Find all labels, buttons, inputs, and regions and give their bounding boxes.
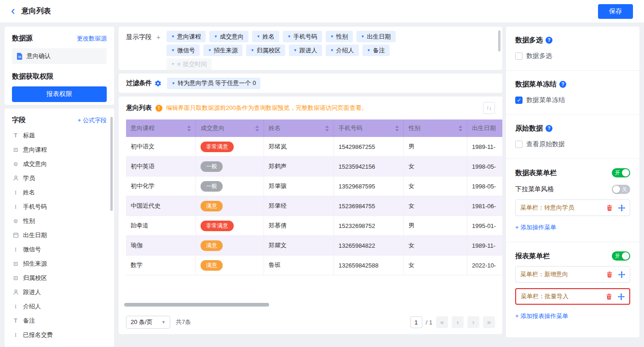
save-button[interactable]: 保存 [598, 4, 633, 19]
column-header-1[interactable]: 成交意向 [196, 119, 264, 137]
vertical-scrollbar[interactable] [498, 30, 500, 51]
table-menu-toggle[interactable]: 开 [612, 168, 630, 177]
datasource-item[interactable]: 意向确认 [12, 48, 107, 64]
select-icon: ⊡ [12, 147, 19, 153]
display-fields-label: 显示字段 [126, 33, 152, 66]
filter-condition-chip[interactable]: ▼ 转为意向学员 等于任意一个 0 [167, 78, 260, 89]
display-field-chip[interactable]: ▼成交意向 [209, 31, 248, 42]
add-display-field-button[interactable]: + [156, 33, 161, 66]
column-header-5[interactable]: 出生日期 [467, 119, 502, 137]
trash-icon[interactable] [606, 293, 612, 300]
column-header-0[interactable]: 意向课程 [126, 119, 196, 137]
table-cell: 一般 [196, 176, 264, 196]
horizontal-scrollbar[interactable] [124, 303, 269, 307]
dropdown-style-label: 下拉菜单风格 [515, 185, 554, 193]
table-row-1[interactable]: 初中英语一般郑鹤声15235942156女1998-05- [126, 157, 502, 176]
display-field-chip[interactable]: ▼手机号码 [283, 31, 322, 42]
field-item-8[interactable]: I微信号 [12, 242, 107, 256]
multi-select-checkbox[interactable] [515, 52, 523, 60]
field-item-0[interactable]: T标题 [12, 128, 107, 142]
sort-carets-icon[interactable] [395, 125, 399, 131]
field-item-13[interactable]: T备注 [12, 313, 107, 328]
add-report-operation-menu-link[interactable]: + 添加报表操作菜单 [515, 312, 568, 320]
report-menu-toggle[interactable]: 开 [612, 251, 630, 261]
menu-freeze-checkbox[interactable] [515, 97, 523, 104]
dropdown-style-toggle[interactable]: 关 [612, 185, 630, 194]
column-header-3[interactable]: 手机号码 [334, 119, 404, 137]
date-icon [12, 232, 19, 238]
table-row-5[interactable]: 瑜伽满意郑耀文13265984822女1989-11- [126, 236, 502, 256]
page-size-select[interactable]: 20 条/页 ▼ [126, 316, 170, 329]
help-icon[interactable]: ? [546, 125, 552, 132]
sort-carets-icon[interactable] [325, 125, 329, 131]
back-icon[interactable]: ‹ [11, 5, 15, 17]
move-icon[interactable] [618, 271, 625, 278]
radio-icon: ⊙ [12, 218, 19, 224]
table-row-2[interactable]: 初中化学一般郑肇骧13529687595女1998-05- [126, 176, 502, 196]
display-field-chip[interactable]: ▼备注 [362, 45, 390, 56]
add-formula-field-link[interactable]: + 公式字段 [78, 116, 107, 125]
field-item-14[interactable]: I已报名交费 [12, 328, 107, 342]
vertical-scrollbar[interactable] [110, 117, 113, 211]
trash-icon[interactable] [606, 271, 613, 278]
next-page-button[interactable]: › [467, 316, 479, 328]
sort-carets-icon[interactable] [459, 125, 462, 131]
field-item-5[interactable]: I手机号码 [12, 199, 107, 214]
prev-page-button[interactable]: ‹ [452, 316, 464, 328]
display-field-chip[interactable]: ▼招生来源 [203, 45, 242, 56]
field-item-label: 手机号码 [23, 203, 47, 211]
page-of-label: / 1 [426, 319, 432, 326]
help-icon[interactable]: ? [546, 37, 552, 44]
field-item-3[interactable]: 学员 [12, 171, 107, 185]
table-row-0[interactable]: 初中语文非常满意郑绪岚15429867255男1989-11- [126, 137, 502, 157]
help-icon[interactable]: ? [559, 81, 566, 88]
menu-bar-item-highlighted[interactable]: 菜单栏：批量导入 [515, 288, 630, 305]
field-item-2[interactable]: ⊙成交意向 [12, 157, 107, 171]
move-icon[interactable] [618, 293, 625, 300]
report-permission-button[interactable]: 报表权限 [12, 86, 107, 102]
display-field-chip-disabled[interactable]: ▼≡提交时间 [167, 58, 212, 70]
last-page-button[interactable]: » [483, 316, 495, 328]
menu-freeze-section: 数据菜单冻结 ? 数据菜单冻结 [506, 71, 639, 115]
add-operation-menu-link[interactable]: + 添加操作菜单 [515, 223, 556, 232]
display-field-chip[interactable]: ▼姓名 [252, 31, 279, 42]
field-item-10[interactable]: ⊡归属校区 [12, 271, 107, 285]
table-row-3[interactable]: 中国近代史满意郑肇经15236984755女1981-06- [126, 196, 502, 216]
display-field-chip[interactable]: ▼意向课程 [167, 31, 206, 42]
change-datasource-link[interactable]: 更改数据源 [77, 34, 107, 43]
table-cell: 1981-06- [467, 196, 502, 216]
menu-bar-item-0[interactable]: 菜单栏：新增意向 [515, 266, 630, 283]
display-field-chip[interactable]: ▼介绍人 [326, 45, 359, 56]
field-item-1[interactable]: ⊡意向课程 [12, 142, 107, 157]
field-item-4[interactable]: I姓名 [12, 185, 107, 199]
field-item-11[interactable]: 跟进人 [12, 285, 107, 299]
pagination: 20 条/页 ▼ 共7条 1 / 1 « ‹ › » [126, 316, 495, 329]
document-icon [17, 53, 23, 60]
field-item-12[interactable]: I介绍人 [12, 299, 107, 313]
table-sort-button[interactable]: ↑↓ [483, 102, 495, 114]
sort-carets-icon[interactable] [187, 125, 191, 131]
table-cell: 中国近代史 [126, 196, 196, 216]
deal-intent-badge: 非常满意 [201, 221, 234, 231]
gear-icon[interactable] [155, 80, 161, 87]
current-page-box[interactable]: 1 [410, 316, 422, 328]
display-field-chip[interactable]: ▼微信号 [167, 45, 200, 56]
display-field-chip[interactable]: ▼归属校区 [246, 45, 285, 56]
raw-data-checkbox[interactable] [515, 141, 523, 148]
sort-carets-icon[interactable] [255, 125, 259, 131]
display-field-chip[interactable]: ▼出生日期 [356, 31, 396, 42]
display-field-chip[interactable]: ▼性别 [326, 31, 353, 42]
table-row-6[interactable]: 数学满意鲁班132659842588女2022-10- [126, 256, 502, 275]
field-item-7[interactable]: 出生日期 [12, 228, 107, 242]
chevron-down-icon: ▼ [288, 34, 291, 39]
trash-icon[interactable] [606, 205, 613, 211]
column-header-4[interactable]: 性别 [404, 119, 467, 137]
field-item-9[interactable]: ⊡招生来源 [12, 256, 107, 271]
table-row-4[interactable]: 跆拳道非常满意郑慕倩15232698752男1995-01- [126, 216, 502, 236]
column-header-2[interactable]: 姓名 [264, 119, 334, 137]
display-field-chip[interactable]: ▼跟进人 [289, 45, 322, 56]
first-page-button[interactable]: « [436, 316, 448, 328]
menu-bar-item-0[interactable]: 菜单栏：转意向学员 [515, 199, 630, 216]
move-icon[interactable] [618, 205, 625, 211]
field-item-6[interactable]: ⊙性别 [12, 214, 107, 228]
